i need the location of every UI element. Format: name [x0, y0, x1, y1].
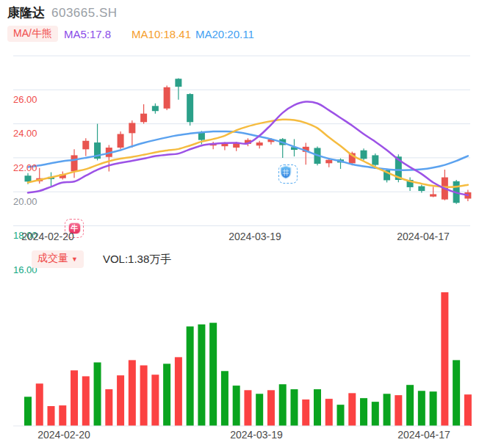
volume-value-label: VOL:1.38万手: [103, 253, 171, 267]
volume-bar: [129, 360, 136, 426]
volume-header: 成交量▼ VOL:1.38万手: [32, 250, 171, 268]
volume-bar: [279, 384, 287, 426]
volume-bar: [302, 399, 309, 426]
candle: [221, 144, 228, 146]
ma10-line: [28, 120, 468, 187]
ma10-value-label: MA10:18.41: [132, 28, 191, 40]
x-axis-date-label: 2024-03-19: [228, 231, 281, 242]
candle: [418, 187, 425, 191]
volume-bar: [71, 370, 78, 426]
dropdown-caret-icon: ▼: [71, 256, 78, 263]
candle: [129, 123, 135, 133]
volume-bar: [406, 385, 414, 426]
volume-bar: [48, 406, 55, 426]
volume-bar: [59, 405, 66, 426]
volume-bar: [82, 376, 90, 426]
volume-bar: [24, 397, 32, 426]
volume-bar: [430, 391, 437, 426]
candle: [82, 141, 89, 150]
y-axis-price-label: 24.00: [13, 128, 37, 140]
volume-bar: [175, 357, 182, 426]
volume-badge-label: 成交量: [37, 252, 68, 264]
candle: [325, 160, 332, 164]
y-axis-price-label: 22.00: [13, 162, 37, 174]
stock-code: 603665.SH: [51, 6, 118, 21]
volume-bar: [441, 292, 448, 426]
shield-sticker-marker[interactable]: [278, 164, 298, 184]
volume-bar: [117, 375, 124, 426]
volume-bar: [464, 394, 472, 426]
ma5-line: [28, 101, 468, 195]
y-axis-price-label: 20.00: [13, 196, 37, 208]
kline-canvas: [0, 44, 504, 232]
ma20-value-label: MA20:20.11: [195, 28, 254, 40]
volume-bar: [244, 390, 251, 426]
candle: [187, 94, 193, 122]
volume-bar: [314, 389, 321, 426]
chart-header: 康隆达 603665.SH: [7, 4, 118, 22]
volume-bar: [418, 391, 425, 426]
volume-bar: [290, 389, 298, 426]
ma5-value-label: MA5:17.8: [64, 28, 111, 40]
candle: [175, 79, 181, 87]
volume-bar: [348, 393, 356, 426]
volume-bar: [198, 325, 205, 426]
volume-bar: [187, 327, 194, 426]
volume-bar: [233, 386, 240, 426]
candle: [25, 176, 32, 181]
candle: [164, 87, 170, 109]
volume-bar: [384, 394, 391, 426]
shield-badge-icon: [279, 165, 292, 179]
candle: [361, 151, 367, 159]
volume-indicator-badge[interactable]: 成交量▼: [32, 250, 84, 268]
candle: [118, 134, 124, 148]
candle: [71, 155, 78, 171]
x-axis-date-label: 2024-04-17: [397, 231, 450, 242]
candle: [140, 114, 147, 123]
volume-bar: [325, 399, 333, 426]
ma-indicator-badge[interactable]: MA/牛熊: [7, 26, 58, 42]
volume-bar: [395, 395, 402, 426]
volume-bar: [36, 383, 43, 426]
y-axis-price-label: 26.00: [13, 94, 37, 106]
x-axis-date-label: 2024-03-19: [230, 429, 283, 441]
volume-x-axis: 2024-02-202024-03-192024-04-17: [0, 429, 504, 442]
kline-x-axis: 2024-02-202024-03-192024-04-17: [0, 231, 504, 244]
volume-bar: [209, 323, 217, 426]
volume-bar: [360, 398, 367, 426]
volume-bar: [337, 405, 345, 426]
x-axis-date-label: 2024-02-20: [37, 429, 90, 441]
candle: [198, 132, 205, 140]
volume-bar: [105, 389, 112, 426]
indicator-legend: MA/牛熊 MA5:17.8 MA10:18.41 MA20:20.11: [7, 25, 254, 43]
volume-bar: [151, 375, 159, 426]
stock-name: 康隆达: [7, 4, 45, 21]
volume-bar: [372, 402, 379, 426]
volume-bar: [221, 371, 228, 426]
volume-bar: [94, 363, 101, 426]
volume-bar: [256, 394, 263, 426]
volume-bar: [453, 360, 460, 426]
volume-bar: [140, 366, 148, 426]
candle: [430, 194, 436, 196]
volume-canvas: [0, 287, 504, 427]
volume-bar: [267, 390, 275, 426]
candle: [152, 106, 159, 111]
volume-bar: [163, 363, 170, 426]
volume-chart[interactable]: [0, 287, 504, 427]
ma20-line: [28, 131, 468, 170]
candlestick-chart[interactable]: 26.0024.0022.0020.0018.0016.00 牛: [0, 44, 504, 232]
x-axis-date-label: 2024-04-17: [397, 429, 450, 441]
candle: [256, 142, 263, 145]
candle: [372, 155, 378, 164]
x-axis-date-label: 2024-02-20: [21, 231, 74, 242]
